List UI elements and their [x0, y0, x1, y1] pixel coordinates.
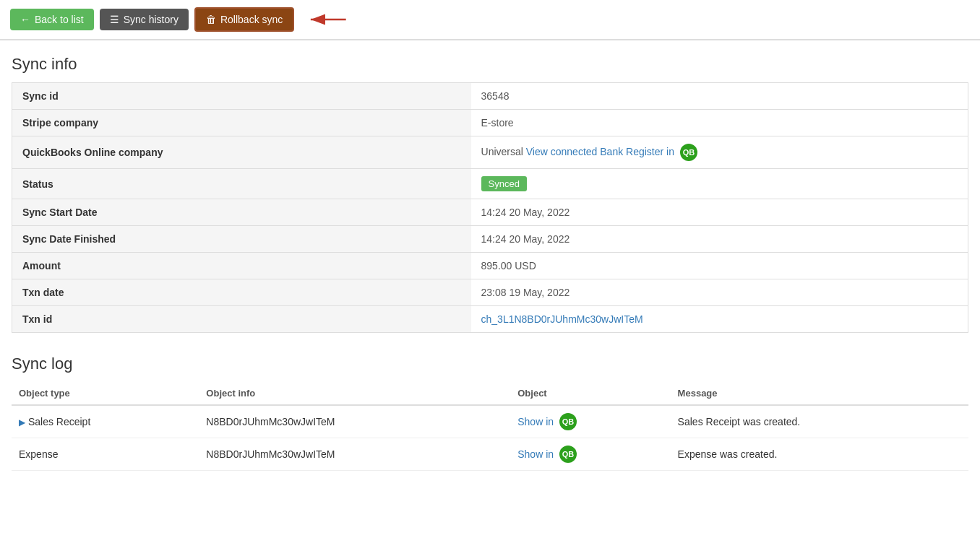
log-object-info-cell: N8BD0rJUhmMc30wJwITeM — [199, 438, 510, 471]
show-in-qb-link-1[interactable]: Show in QB — [517, 413, 577, 430]
table-row: Sync Start Date 14:24 20 May, 2022 — [12, 199, 968, 226]
sync-info-title: Sync info — [12, 55, 968, 74]
back-label: Back to list — [35, 14, 84, 25]
list-icon: ☰ — [110, 14, 119, 25]
status-badge: Synced — [481, 176, 527, 191]
qb-icon-log-1: QB — [559, 413, 577, 430]
back-to-list-button[interactable]: ← Back to list — [10, 9, 94, 30]
field-label: Sync Date Finished — [12, 226, 471, 253]
log-object-type-cell: Expense — [12, 438, 199, 471]
log-table-header-row: Object type Object info Object Message — [12, 382, 968, 405]
log-table-row: Expense N8BD0rJUhmMc30wJwITeM Show in QB… — [12, 438, 968, 471]
sync-info-table: Sync id 36548 Stripe company E-store Qui… — [12, 82, 968, 333]
field-label: Status — [12, 169, 471, 199]
field-value-txn-date: 23:08 19 May, 2022 — [471, 279, 968, 306]
arrow-left-icon: ← — [20, 14, 30, 25]
log-object-cell: Show in QB — [510, 405, 670, 438]
log-table-row: ▶ Sales Receipt N8BD0rJUhmMc30wJwITeM Sh… — [12, 405, 968, 438]
rollback-arrow-indicator — [306, 9, 349, 30]
table-row: Sync id 36548 — [12, 83, 968, 110]
field-label: Stripe company — [12, 110, 471, 136]
col-header-object: Object — [510, 382, 670, 405]
sync-log-title: Sync log — [12, 355, 968, 373]
log-object-cell: Show in QB — [510, 438, 670, 471]
log-object-type-value: Sales Receipt — [28, 416, 90, 427]
col-header-message: Message — [671, 382, 968, 405]
log-message-cell: Sales Receipt was created. — [671, 405, 968, 438]
view-connected-bank-register-link[interactable]: View connected Bank Register in — [526, 146, 674, 157]
table-row: Txn id ch_3L1N8BD0rJUhmMc30wJwITeM — [12, 306, 968, 333]
table-row: Sync Date Finished 14:24 20 May, 2022 — [12, 226, 968, 253]
field-label: Amount — [12, 253, 471, 279]
col-header-object-type: Object type — [12, 382, 199, 405]
expand-arrow-icon[interactable]: ▶ — [19, 417, 25, 427]
table-row: Status Synced — [12, 169, 968, 199]
txn-id-link[interactable]: ch_3L1N8BD0rJUhmMc30wJwITeM — [481, 313, 643, 325]
table-row: QuickBooks Online company Universal View… — [12, 136, 968, 169]
show-in-qb-link-2[interactable]: Show in QB — [517, 446, 577, 463]
log-message-cell: Expense was created. — [671, 438, 968, 471]
qb-icon-log-2: QB — [559, 446, 577, 463]
field-value-stripe-company: E-store — [471, 110, 968, 136]
log-object-info-cell: N8BD0rJUhmMc30wJwITeM — [199, 405, 510, 438]
sync-log-table: Object type Object info Object Message ▶… — [12, 382, 968, 471]
log-object-type-value: Expense — [19, 448, 58, 460]
sync-history-label: Sync history — [124, 14, 179, 25]
show-in-label: Show in — [517, 416, 554, 427]
table-row: Txn date 23:08 19 May, 2022 — [12, 279, 968, 306]
field-value-sync-id: 36548 — [471, 83, 968, 110]
field-value-qbo-company: Universal View connected Bank Register i… — [471, 136, 968, 169]
sync-history-button[interactable]: ☰ Sync history — [100, 9, 189, 30]
field-label: Txn date — [12, 279, 471, 306]
table-row: Amount 895.00 USD — [12, 253, 968, 279]
main-content: Sync info Sync id 36548 Stripe company E… — [0, 40, 980, 485]
field-label: Sync id — [12, 83, 471, 110]
rollback-sync-button[interactable]: 🗑 Rollback sync — [194, 7, 294, 32]
field-label: Txn id — [12, 306, 471, 333]
field-label: QuickBooks Online company — [12, 136, 471, 169]
show-in-label: Show in — [517, 448, 554, 460]
field-value-sync-end-date: 14:24 20 May, 2022 — [471, 226, 968, 253]
log-object-type-cell: ▶ Sales Receipt — [12, 405, 199, 438]
field-value-txn-id: ch_3L1N8BD0rJUhmMc30wJwITeM — [471, 306, 968, 333]
qbo-company-name: Universal — [481, 146, 526, 157]
field-value-status: Synced — [471, 169, 968, 199]
col-header-object-info: Object info — [199, 382, 510, 405]
trash-icon: 🗑 — [206, 14, 216, 25]
rollback-label: Rollback sync — [220, 14, 283, 25]
field-label: Sync Start Date — [12, 199, 471, 226]
table-row: Stripe company E-store — [12, 110, 968, 136]
qb-icon: QB — [680, 144, 697, 161]
field-value-amount: 895.00 USD — [471, 253, 968, 279]
field-value-sync-start-date: 14:24 20 May, 2022 — [471, 199, 968, 226]
top-bar: ← Back to list ☰ Sync history 🗑 Rollback… — [0, 0, 980, 40]
